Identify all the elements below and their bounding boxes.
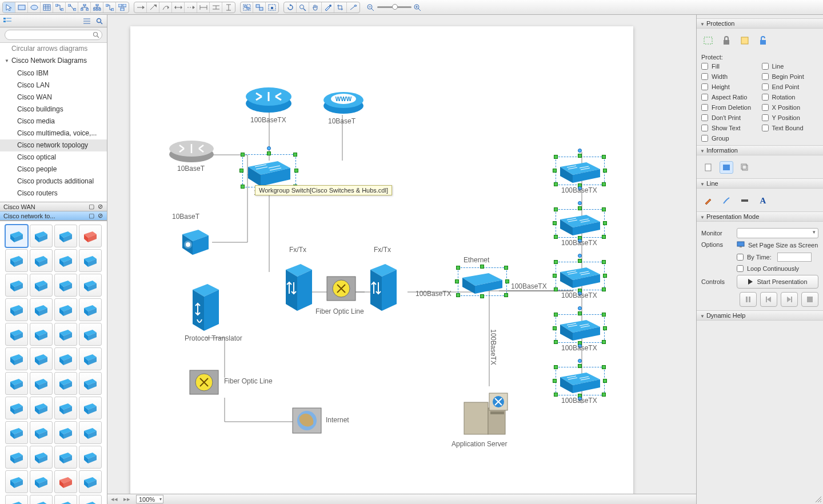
ethernet-switch-shape[interactable]: Ethernet: [459, 269, 506, 295]
connector-step-tool[interactable]: [103, 2, 116, 13]
section-dynamic[interactable]: Dynamic Help: [697, 310, 823, 321]
protect-option[interactable]: Line: [762, 63, 819, 70]
tree-view-icon[interactable]: [2, 17, 13, 26]
stop-button[interactable]: [801, 292, 818, 307]
palette-item[interactable]: [54, 372, 77, 395]
by-time-input[interactable]: [777, 253, 812, 262]
palette-item[interactable]: [30, 470, 53, 493]
palette-item[interactable]: [30, 274, 53, 297]
arrow-curve-tool[interactable]: [159, 2, 172, 13]
connector-tree-tool[interactable]: [78, 2, 91, 13]
palette-item[interactable]: [54, 274, 77, 297]
protect-checkbox[interactable]: [701, 63, 708, 70]
refresh-tool[interactable]: [284, 2, 297, 13]
dim-h-tool[interactable]: [197, 2, 210, 13]
protect-none-icon[interactable]: [701, 34, 715, 47]
ellipse-tool[interactable]: [28, 2, 41, 13]
zoom-combo[interactable]: 100%: [136, 495, 163, 503]
protect-checkbox[interactable]: [762, 114, 769, 121]
line-brush-icon[interactable]: [720, 194, 733, 207]
protect-option[interactable]: From Deletion: [701, 104, 758, 111]
protect-option[interactable]: Group: [701, 135, 758, 142]
palette-item[interactable]: [30, 372, 53, 395]
palette-item[interactable]: [54, 470, 77, 493]
arrow-bi-tool[interactable]: [172, 2, 185, 13]
protect-option[interactable]: Y Position: [762, 114, 819, 121]
protect-checkbox[interactable]: [762, 83, 769, 90]
palette-item[interactable]: [5, 323, 28, 346]
rect-tool[interactable]: [15, 2, 28, 13]
protect-checkbox[interactable]: [701, 104, 708, 111]
table-tool[interactable]: [41, 2, 53, 13]
palette-item[interactable]: [79, 372, 102, 395]
layout-tool[interactable]: [116, 2, 129, 13]
tree-item[interactable]: Cisco LAN: [0, 79, 107, 91]
library-tab[interactable]: Cisco network to... ▢ ⊘: [0, 211, 107, 221]
info-multi-icon[interactable]: [738, 161, 752, 174]
section-line[interactable]: Line: [697, 178, 823, 189]
palette-item[interactable]: [54, 225, 77, 247]
protect-option[interactable]: Width: [701, 73, 758, 80]
section-protection[interactable]: Protection: [697, 18, 823, 29]
arrow-right-tool[interactable]: [134, 2, 147, 13]
line-pen-icon[interactable]: [701, 194, 715, 207]
palette-item[interactable]: [5, 274, 28, 297]
stack-switch-shape[interactable]: 100BaseTX: [557, 158, 604, 184]
section-presentation[interactable]: Presentation Mode: [697, 211, 823, 222]
protect-option[interactable]: End Point: [762, 83, 819, 90]
tree-item[interactable]: Cisco WAN: [0, 91, 107, 103]
pager-next-icon[interactable]: ▸▸: [123, 495, 130, 503]
www-shape[interactable]: WWW 10BaseT: [322, 86, 365, 115]
loop-checkbox[interactable]: [737, 265, 744, 272]
palette-item[interactable]: [30, 225, 53, 247]
library-search-input[interactable]: [5, 30, 102, 40]
zoom-out-button[interactable]: [365, 2, 377, 13]
palette-item[interactable]: [5, 495, 28, 504]
palette-item[interactable]: [79, 249, 102, 272]
fiber-optic-shape[interactable]: Fiber Optic Line: [325, 273, 358, 303]
palette-item[interactable]: [54, 249, 77, 272]
line-text-icon[interactable]: A: [756, 194, 770, 207]
zoom-slider[interactable]: [377, 6, 412, 8]
arrow-dash-tool[interactable]: [185, 2, 197, 13]
resize-grip-icon[interactable]: [814, 495, 822, 503]
zoom-tool[interactable]: [297, 2, 309, 13]
protect-checkbox[interactable]: [762, 73, 769, 80]
detach-icon[interactable]: ▢: [88, 203, 95, 210]
pause-button[interactable]: [740, 292, 757, 307]
fxtx-shape[interactable]: Fx/Tx: [283, 261, 314, 312]
tree-item[interactable]: Cisco media: [0, 115, 107, 127]
palette-item[interactable]: [79, 397, 102, 419]
protect-option[interactable]: Don't Print: [701, 114, 758, 121]
tree-item[interactable]: Cisco IBM: [0, 67, 107, 79]
palette-item[interactable]: [54, 347, 77, 370]
protect-checkbox[interactable]: [701, 94, 708, 101]
crop-tool[interactable]: [334, 2, 347, 13]
palette-item[interactable]: [54, 298, 77, 321]
protect-option[interactable]: Begin Point: [762, 73, 819, 80]
pointer-tool[interactable]: [3, 2, 15, 13]
protect-checkbox[interactable]: [701, 135, 708, 142]
protocol-translator-shape[interactable]: Protocol Translator: [190, 281, 221, 332]
protect-checkbox[interactable]: [762, 125, 769, 131]
stack-switch-shape[interactable]: 100BaseTX: [557, 315, 604, 342]
protect-option[interactable]: X Position: [762, 104, 819, 111]
protect-checkbox[interactable]: [701, 125, 708, 131]
palette-item[interactable]: [5, 249, 28, 272]
palette-item[interactable]: [79, 421, 102, 444]
search-toggle-icon[interactable]: [94, 17, 105, 26]
tree-item[interactable]: Cisco network topology: [0, 139, 107, 151]
protect-option[interactable]: Text Bound: [762, 125, 819, 131]
tree-item[interactable]: Cisco routers: [0, 187, 107, 199]
by-time-checkbox[interactable]: [737, 254, 744, 261]
palette-item[interactable]: [79, 470, 102, 493]
palette-item[interactable]: [79, 298, 102, 321]
connector-d-tool[interactable]: [66, 2, 78, 13]
router-shape[interactable]: 100BaseTX: [245, 81, 293, 114]
fxtx-shape[interactable]: Fx/Tx: [368, 261, 399, 312]
palette-item[interactable]: [79, 347, 102, 370]
fiber-optic-shape[interactable]: Fiber Optic Line: [187, 367, 221, 397]
canvas-scroll[interactable]: 100BaseTX WWW 10BaseT 10BaseT: [107, 15, 696, 494]
tree-item[interactable]: Cisco optical: [0, 151, 107, 163]
palette-item[interactable]: [5, 298, 28, 321]
